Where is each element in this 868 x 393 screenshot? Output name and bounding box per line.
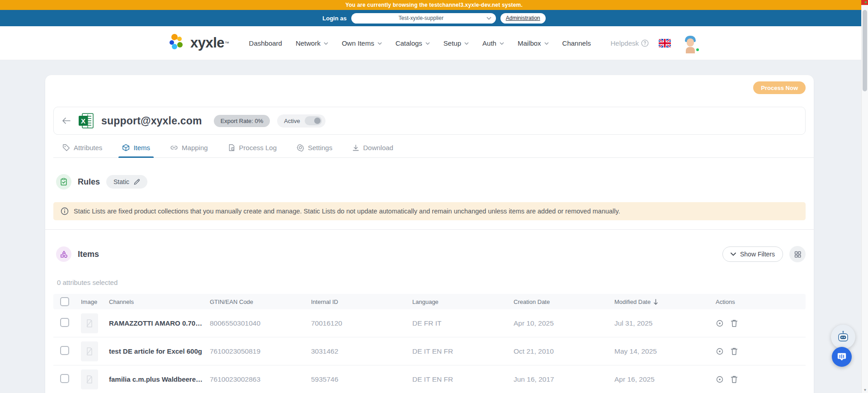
tab-download[interactable]: Download: [351, 142, 394, 157]
channel-card: Process Now X support@xyxle.com Export R…: [45, 75, 814, 393]
scrollbar-down-arrow[interactable]: ▼: [862, 388, 868, 392]
nav-channels[interactable]: Channels: [562, 39, 591, 47]
chevron-down-icon: [377, 42, 382, 45]
column-modified-date[interactable]: Modified Date: [614, 298, 716, 305]
nav-setup[interactable]: Setup: [443, 39, 469, 47]
download-icon: [352, 144, 359, 152]
back-button[interactable]: [62, 117, 71, 124]
column-actions: Actions: [716, 298, 806, 305]
active-label: Active: [284, 118, 300, 124]
nav-mailbox[interactable]: Mailbox: [518, 39, 549, 47]
view-item-button[interactable]: [716, 319, 724, 327]
eye-icon: [716, 347, 724, 355]
table-header-row: Image Channels GTIN/EAN Code Internal ID…: [53, 294, 806, 309]
section-divider: [45, 229, 814, 230]
uk-flag-icon: [659, 39, 671, 47]
table-row[interactable]: familia c.m.plus Waldbeeren 80g 76100230…: [53, 365, 806, 393]
grid-view-button[interactable]: [789, 246, 806, 262]
item-language: DE IT EN FR: [412, 375, 514, 384]
no-image-placeholder-icon: [81, 341, 98, 361]
tab-items[interactable]: Items: [121, 142, 151, 157]
link-icon: [170, 144, 178, 152]
robot-icon: [836, 330, 850, 344]
clipboard-check-icon: [56, 174, 71, 189]
column-language: Language: [412, 298, 514, 305]
column-gtin: GTIN/EAN Code: [210, 298, 311, 305]
tab-process-log[interactable]: Process Log: [227, 142, 278, 157]
active-toggle[interactable]: [305, 116, 322, 125]
info-circle-icon: [61, 207, 69, 215]
process-now-button[interactable]: Process Now: [753, 81, 806, 94]
show-filters-button[interactable]: Show Filters: [722, 246, 783, 262]
view-item-button[interactable]: [716, 347, 724, 355]
admin-bar: Login as Test-xyxle-supplier Administrat…: [0, 10, 868, 26]
items-title: Items: [78, 250, 99, 259]
channel-header: X support@xyxle.com Export Rate: 0% Acti…: [53, 107, 806, 135]
select-all-checkbox[interactable]: [60, 297, 69, 306]
chat-launcher-button[interactable]: [832, 347, 852, 367]
page-scrollbar[interactable]: ▼: [861, 0, 868, 393]
item-internal-id: 70016120: [311, 319, 412, 327]
environment-banner-text: You are currently browsing the testchann…: [345, 2, 523, 8]
xyxle-logo-icon: [168, 33, 186, 53]
item-created: Jun 16, 2017: [514, 375, 614, 384]
language-flag-button[interactable]: [659, 39, 671, 47]
delete-item-button[interactable]: [731, 319, 738, 327]
rules-title: Rules: [78, 177, 100, 187]
chevron-down-icon: [425, 42, 430, 45]
tab-mapping[interactable]: Mapping: [169, 142, 209, 157]
chevron-down-icon: [500, 42, 504, 45]
tab-attributes[interactable]: Attributes: [61, 142, 103, 157]
brand-name: xyxle: [190, 35, 224, 51]
column-creation-date: Creation Date: [514, 298, 614, 305]
column-image: Image: [81, 298, 109, 305]
export-rate-badge: Export Rate: 0%: [214, 115, 270, 127]
item-modified: Jul 31, 2025: [614, 319, 716, 327]
delete-item-button[interactable]: [731, 375, 738, 384]
nav-auth[interactable]: Auth: [482, 39, 504, 47]
item-gtin: 7610023050819: [210, 347, 311, 355]
delete-item-button[interactable]: [731, 347, 738, 355]
svg-text:X: X: [81, 117, 85, 125]
item-gtin: 8006550301040: [210, 319, 311, 327]
nav-dashboard[interactable]: Dashboard: [249, 39, 282, 47]
administration-button[interactable]: Administration: [500, 13, 546, 24]
login-as-select[interactable]: Test-xyxle-supplier: [351, 13, 496, 24]
trash-icon: [731, 375, 738, 384]
chevron-down-icon: [544, 42, 549, 45]
helpdesk-link[interactable]: Helpdesk: [610, 39, 649, 47]
trash-icon: [731, 347, 738, 355]
main-nav: Dashboard Network Own Items Catalogs Set…: [249, 39, 591, 47]
nav-catalogs[interactable]: Catalogs: [396, 39, 430, 47]
view-item-button[interactable]: [716, 375, 724, 384]
chevron-down-icon: [324, 42, 328, 45]
tab-settings[interactable]: Settings: [296, 142, 333, 157]
chat-bubble-icon: [837, 352, 847, 362]
table-row[interactable]: test DE article for Excel 600g 761002305…: [53, 337, 806, 365]
box-icon: [122, 144, 130, 152]
user-avatar[interactable]: [681, 33, 700, 52]
bot-assistant-button[interactable]: [831, 325, 855, 349]
brand-logo[interactable]: xyxle™: [168, 33, 229, 53]
column-channels: Channels: [109, 298, 210, 305]
question-circle-icon: [641, 39, 649, 47]
screen-recording-indicator: [861, 0, 868, 5]
nav-own-items[interactable]: Own Items: [342, 39, 382, 47]
nav-network[interactable]: Network: [296, 39, 328, 47]
rules-section: Rules Static: [53, 174, 806, 189]
row-checkbox[interactable]: [60, 346, 69, 355]
pencil-icon: [133, 179, 140, 185]
item-name[interactable]: familia c.m.plus Waldbeeren 80g: [109, 375, 210, 383]
excel-file-icon: X: [78, 113, 94, 129]
row-checkbox[interactable]: [60, 374, 69, 383]
scrollbar-thumb[interactable]: [863, 10, 867, 91]
table-row[interactable]: RAMAZZOTTI AMARO 0.70 30%... 80065503010…: [53, 309, 806, 337]
trash-icon: [731, 319, 738, 327]
item-language: DE FR IT: [412, 319, 514, 327]
row-checkbox[interactable]: [60, 318, 69, 327]
arrow-left-icon: [62, 117, 71, 124]
rules-type-badge[interactable]: Static: [106, 175, 147, 189]
eye-icon: [716, 319, 724, 327]
item-name[interactable]: test DE article for Excel 600g: [109, 347, 210, 355]
item-name[interactable]: RAMAZZOTTI AMARO 0.70 30%...: [109, 319, 210, 327]
